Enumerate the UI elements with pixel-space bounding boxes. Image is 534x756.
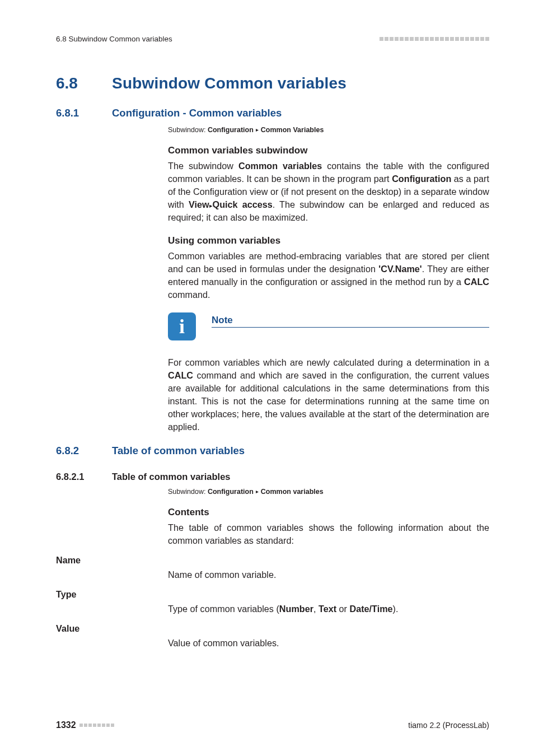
paragraph-heading: Common variables subwindow: [168, 145, 489, 156]
text-bold: Common variables: [238, 161, 322, 171]
subsection-number: 6.8.2: [56, 445, 112, 457]
subsection-number: 6.8.1: [56, 107, 112, 119]
text-run: ).: [393, 604, 399, 614]
paragraph: The table of common variables shows the …: [168, 521, 489, 547]
footer-right: tiamo 2.2 (ProcessLab): [408, 721, 489, 730]
text-run: or: [336, 604, 349, 614]
definition-body: Value of common variables.: [168, 622, 489, 650]
running-header-left: 6.8 Subwindow Common variables: [56, 35, 172, 43]
breadcrumb-item: Configuration: [208, 126, 254, 134]
subsection-title: Table of common variables: [112, 445, 245, 457]
footer-dots-icon: [79, 724, 114, 727]
running-header: 6.8 Subwindow Common variables: [56, 35, 489, 43]
breadcrumb: Subwindow: Configuration▸Common Variable…: [168, 126, 489, 134]
subsection-title: Configuration - Common variables: [112, 107, 282, 119]
text-bold: CALC: [464, 277, 489, 287]
text-run: For common variables which are newly cal…: [168, 357, 489, 367]
section-title: Subwindow Common variables: [112, 74, 346, 92]
breadcrumb-item: Common variables: [261, 488, 324, 496]
section-number: 6.8: [56, 74, 112, 92]
body-column: Subwindow: Configuration▸Common variable…: [168, 488, 489, 547]
subsection-heading-6-8-2: 6.8.2 Table of common variables: [56, 445, 489, 457]
note-block: i Note: [168, 312, 489, 340]
text-bold: Configuration: [392, 174, 451, 184]
subsubsection-number: 6.8.2.1: [56, 472, 112, 482]
definition-row-name: Name Name of common variable.: [56, 554, 489, 581]
chevron-right-icon: ▸: [256, 127, 259, 133]
note-icon-wrap: i: [168, 312, 199, 340]
definition-term: Name: [56, 554, 168, 581]
definition-body: Name of common variable.: [168, 554, 489, 581]
footer-left: 1332: [56, 720, 114, 730]
page-footer: 1332 tiamo 2.2 (ProcessLab): [56, 720, 489, 730]
text-bold: Date/Time: [349, 604, 392, 614]
text-bold: Text: [318, 604, 336, 614]
definition-body: Type of common variables (Number, Text o…: [168, 588, 489, 615]
definition-term: Type: [56, 588, 168, 615]
paragraph-heading: Contents: [168, 507, 489, 518]
text-bold: 'CV.Name': [378, 264, 421, 274]
page: 6.8 Subwindow Common variables 6.8 Subwi…: [0, 0, 534, 756]
text-run: command and which are saved in the confi…: [168, 370, 489, 432]
text-bold: CALC: [168, 370, 193, 380]
note-title: Note: [212, 315, 489, 328]
text-bold: Quick access: [213, 199, 273, 209]
definition-row-type: Type Type of common variables (Number, T…: [56, 588, 489, 615]
chevron-right-icon: ▸: [256, 488, 259, 494]
text-run: Type of common variables (: [168, 604, 279, 614]
paragraph-heading: Using common variables: [168, 235, 489, 246]
definition-row-value: Value Value of common variables.: [56, 622, 489, 650]
subsection-heading-6-8-1: 6.8.1 Configuration - Common variables: [56, 107, 489, 119]
text-bold: View: [189, 199, 209, 209]
text-run: The subwindow: [168, 161, 238, 171]
note-paragraph: For common variables which are newly cal…: [168, 356, 489, 433]
subsubsection-title: Table of common variables: [112, 472, 231, 482]
paragraph: Common variables are method-embracing va…: [168, 250, 489, 301]
section-heading-6-8: 6.8 Subwindow Common variables: [56, 74, 489, 92]
body-column: Subwindow: Configuration▸Common Variable…: [168, 126, 489, 433]
note-title-wrap: Note: [212, 312, 489, 329]
text-run: ,: [313, 604, 318, 614]
breadcrumb-item: Common Variables: [261, 126, 324, 134]
text-run: command.: [168, 290, 210, 300]
breadcrumb-label: Subwindow:: [168, 488, 205, 496]
info-icon: i: [168, 312, 196, 340]
definition-term: Value: [56, 622, 168, 650]
header-dots-icon: [380, 37, 489, 41]
breadcrumb-item: Configuration: [208, 488, 254, 496]
paragraph: The subwindow Common variables contains …: [168, 160, 489, 224]
page-number: 1332: [56, 720, 76, 730]
breadcrumb-label: Subwindow:: [168, 126, 205, 134]
subsubsection-heading-6-8-2-1: 6.8.2.1 Table of common variables: [56, 472, 489, 482]
breadcrumb: Subwindow: Configuration▸Common variable…: [168, 488, 489, 496]
text-bold: Number: [279, 604, 313, 614]
